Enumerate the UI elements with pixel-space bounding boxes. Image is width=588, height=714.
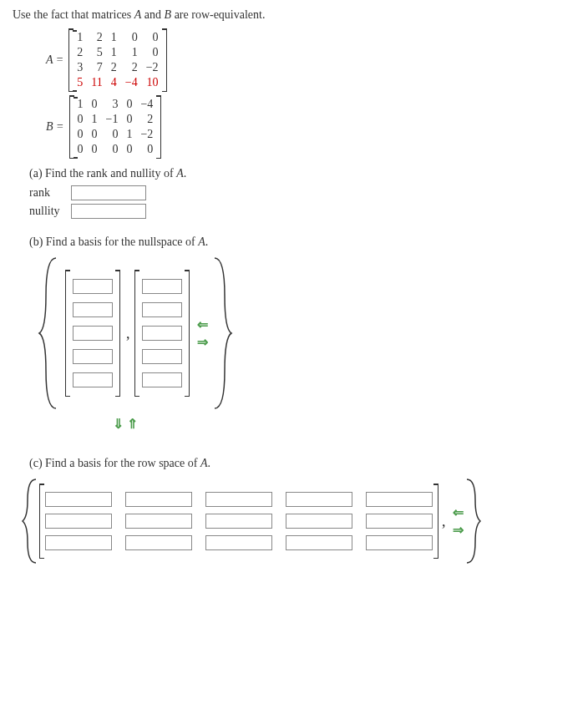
table-row: 25110 <box>73 45 162 60</box>
nullspace-vector-1 <box>65 270 120 397</box>
nullspace-input[interactable] <box>73 302 113 317</box>
left-brace-icon <box>21 475 39 567</box>
right-brace-icon <box>464 475 482 567</box>
nullspace-input[interactable] <box>142 279 182 294</box>
rowspace-row <box>45 514 433 529</box>
nullity-input[interactable] <box>71 204 146 219</box>
nullspace-input[interactable] <box>73 349 113 364</box>
rowspace-input[interactable] <box>286 514 352 529</box>
table-row: 01−102 <box>74 112 158 127</box>
arrow-right-icon[interactable]: ⇒ <box>197 334 208 350</box>
rowspace-row <box>45 492 433 507</box>
rowspace-row <box>45 535 433 550</box>
instr-and: and <box>141 8 164 21</box>
rowspace-input[interactable] <box>366 492 433 507</box>
rank-label: rank <box>29 186 71 200</box>
rowspace-input[interactable] <box>286 535 352 550</box>
rowspace-input[interactable] <box>45 514 112 529</box>
table-row: 5114−410 <box>73 75 162 90</box>
nullspace-input[interactable] <box>142 372 182 387</box>
rowspace-matrix <box>39 484 438 559</box>
nullspace-input[interactable] <box>142 326 182 341</box>
comma: , <box>442 513 446 530</box>
table-row: 0001−2 <box>74 127 158 142</box>
rowspace-input[interactable] <box>286 492 352 507</box>
comma: , <box>126 325 130 342</box>
rowspace-input[interactable] <box>366 514 433 529</box>
matrix-A-label: A = <box>46 53 63 67</box>
rowspace-input[interactable] <box>205 514 272 529</box>
nullspace-input[interactable] <box>142 349 182 364</box>
table-row: 00000 <box>74 142 158 157</box>
arrow-up-icon[interactable]: ⇑ <box>127 417 138 431</box>
rowspace-input[interactable] <box>125 514 192 529</box>
rowspace-input[interactable] <box>45 492 112 507</box>
table-row: 12100 <box>73 30 162 45</box>
matrix-A-block: A = 12100 25110 3722−2 5114−410 <box>46 28 575 92</box>
left-brace-icon <box>38 254 63 413</box>
part-c: (c) Find a basis for the row space of A. <box>29 457 575 470</box>
nullity-label: nullity <box>29 205 71 218</box>
matrix-B-label: B = <box>46 120 64 134</box>
right-brace-icon <box>208 254 233 413</box>
table-row: 1030−4 <box>74 97 158 112</box>
instruction: Use the fact that matrices A and B are r… <box>13 8 575 22</box>
vertical-arrows: ⇓ ⇑ <box>113 416 575 432</box>
matrix-B: 1030−4 01−102 0001−2 00000 <box>69 95 162 159</box>
arrow-right-icon[interactable]: ⇒ <box>453 522 464 538</box>
arrow-left-icon[interactable]: ⇐ <box>453 504 464 520</box>
rowspace-input[interactable] <box>366 535 433 550</box>
nullspace-set: , ⇐ ⇒ <box>38 254 575 413</box>
rowspace-input[interactable] <box>125 492 192 507</box>
instr-post: are row-equivalent. <box>171 8 265 21</box>
matrix-B-block: B = 1030−4 01−102 0001−2 00000 <box>46 95 575 159</box>
rank-input[interactable] <box>71 185 146 200</box>
part-a: (a) Find the rank and nullity of A. <box>29 167 575 180</box>
arrow-down-icon[interactable]: ⇓ <box>113 417 124 431</box>
nullspace-vector-2 <box>134 270 190 397</box>
nullspace-input[interactable] <box>73 279 113 294</box>
table-row: 3722−2 <box>73 60 162 75</box>
nullspace-input[interactable] <box>73 326 113 341</box>
rowspace-input[interactable] <box>125 535 192 550</box>
nullspace-input[interactable] <box>73 372 113 387</box>
rowspace-set: , ⇐ ⇒ <box>21 475 575 567</box>
arrow-left-icon[interactable]: ⇐ <box>197 316 208 332</box>
nullspace-input[interactable] <box>142 302 182 317</box>
rowspace-input[interactable] <box>205 492 272 507</box>
instr-pre: Use the fact that matrices <box>13 8 134 21</box>
rowspace-input[interactable] <box>205 535 272 550</box>
part-b: (b) Find a basis for the nullspace of A. <box>29 235 575 249</box>
rowspace-input[interactable] <box>45 535 112 550</box>
instr-B: B <box>165 8 172 21</box>
matrix-A: 12100 25110 3722−2 5114−410 <box>68 28 166 92</box>
